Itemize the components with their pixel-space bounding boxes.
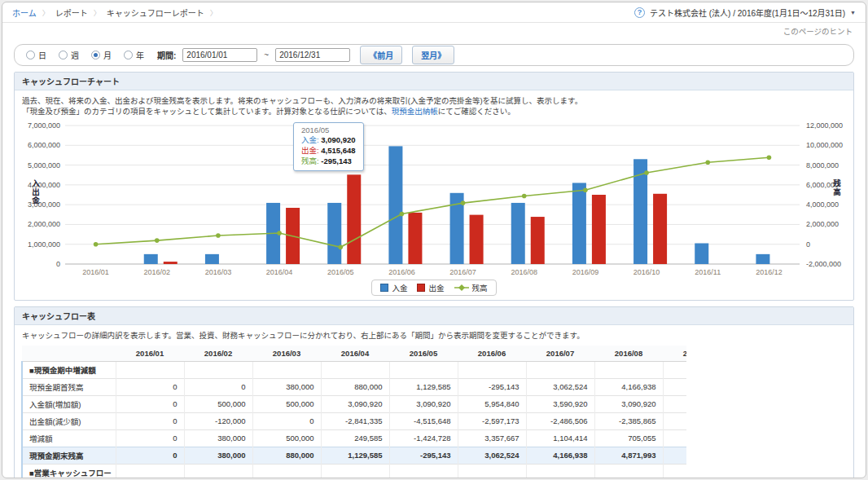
chart-point-残高[interactable]	[155, 238, 160, 243]
table-row: ■現預金期中増減額	[22, 361, 686, 378]
table-corner-cell	[22, 346, 116, 362]
help-icon[interactable]: ?	[634, 7, 645, 18]
table-cell: 1,104,414	[526, 429, 594, 447]
top-bar: ホーム〉レポート〉キャッシュフローレポート〉 ? テスト株式会社 (法人) / …	[2, 2, 866, 23]
radio-circle-icon	[26, 51, 35, 59]
table-cell: 4,166,938	[594, 378, 663, 395]
table-cell: 1,129,585	[389, 378, 458, 395]
x-axis-label: 2016/09	[572, 268, 599, 276]
table-panel-description: キャッシュフローの詳細内訳を表示します。営業、投資、財務キャッシュフローに分かれ…	[15, 325, 853, 342]
chart-point-残高[interactable]	[644, 170, 649, 175]
app-window: ホーム〉レポート〉キャッシュフローレポート〉 ? テスト株式会社 (法人) / …	[2, 2, 866, 478]
tooltip-row: 入金: 3,090,920	[301, 135, 356, 146]
chart-bar-入金[interactable]	[756, 253, 769, 263]
chart-bar-出金[interactable]	[470, 214, 484, 263]
table-cell: 380,000	[184, 429, 252, 447]
chart-point-残高[interactable]	[277, 231, 282, 236]
chart-bar-出金[interactable]	[347, 174, 361, 264]
chart-point-残高[interactable]	[705, 160, 710, 165]
legend-swatch-icon	[417, 284, 425, 292]
right-axis-tick: 0	[806, 240, 810, 248]
cashflow-chart: 入出金 残高 0-2,000,0001,000,00002,000,0002,0…	[15, 121, 853, 279]
chart-point-残高[interactable]	[767, 155, 772, 160]
table-cell: -295,143	[458, 378, 526, 395]
period-to-input[interactable]	[275, 48, 350, 62]
table-cell	[663, 447, 686, 464]
chart-panel-title: キャッシュフローチャート	[15, 73, 853, 90]
breadcrumb-item[interactable]: ホーム	[12, 7, 37, 19]
x-axis-label: 2016/10	[633, 268, 660, 276]
chart-bar-入金[interactable]	[327, 203, 341, 264]
left-axis-tick: 5,000,000	[28, 161, 60, 169]
page-content: 日週月年 期間: ~ 《前月 翌月》 キャッシュフローチャート 過去、現在、将来…	[2, 44, 866, 478]
table-cell	[116, 361, 184, 378]
table-cell: -295,143	[389, 447, 458, 464]
hint-bar: このページのヒント	[2, 23, 866, 39]
chart-bar-入金[interactable]	[205, 253, 219, 263]
table-cell	[321, 464, 389, 478]
chart-point-残高[interactable]	[400, 211, 405, 216]
legend-swatch-icon	[380, 284, 388, 292]
table-cell: 3,090,920	[321, 395, 389, 412]
table-cell	[663, 412, 686, 429]
table-cell	[526, 361, 594, 378]
chart-bar-出金[interactable]	[531, 217, 545, 264]
radio-label: 年	[136, 49, 144, 61]
radio-label: 月	[103, 49, 112, 61]
page-hint-link[interactable]: このページのヒント	[783, 25, 853, 37]
chart-bar-入金[interactable]	[511, 203, 525, 264]
chart-point-残高[interactable]	[216, 233, 221, 238]
table-cell: -2,385,865	[594, 412, 663, 429]
chart-bar-入金[interactable]	[388, 146, 402, 264]
x-axis-label: 2016/03	[205, 268, 232, 276]
table-row: 出金額(減少額)0-120,0000-2,841,335-4,515,648-2…	[22, 412, 686, 429]
chart-point-残高[interactable]	[94, 242, 99, 247]
office-period-selector[interactable]: ? テスト株式会社 (法人) / 2016年度(1月1日～12月31日) ▼	[634, 7, 856, 19]
right-axis-tick: 10,000,000	[806, 141, 843, 149]
chart-bar-入金[interactable]	[695, 243, 708, 264]
prev-month-button[interactable]: 《前月	[360, 46, 402, 64]
row-label: 出金額(減少額)	[22, 412, 116, 429]
breadcrumb-item[interactable]: レポート	[55, 7, 88, 19]
legend-item-残高: 残高	[454, 282, 488, 293]
chart-point-残高[interactable]	[522, 193, 527, 198]
left-axis-tick: 6,000,000	[28, 141, 60, 149]
table-cell	[663, 378, 686, 395]
radio-週[interactable]: 週	[59, 49, 79, 61]
table-cell: -2,486,506	[526, 412, 594, 429]
left-axis-tick: 7,000,000	[28, 121, 60, 130]
next-month-button[interactable]: 翌月》	[412, 46, 454, 64]
chart-point-残高[interactable]	[338, 244, 343, 249]
x-axis-label: 2016/02	[143, 268, 170, 276]
chart-bar-出金[interactable]	[653, 193, 667, 263]
table-column-header: 2016/02	[184, 346, 252, 362]
table-column-header: 2016/03	[252, 346, 321, 362]
table-cell: 0	[116, 447, 184, 464]
tooltip-row: 残高: -295,143	[301, 156, 356, 167]
table-cell: 4,871,993	[594, 447, 663, 464]
chart-bar-出金[interactable]	[164, 262, 178, 264]
table-row: ■営業キャッシュフロー	[22, 464, 686, 478]
breadcrumb-item: キャッシュフローレポート	[107, 7, 204, 19]
cashbook-link[interactable]: 現預金出納帳	[392, 107, 438, 116]
table-cell	[252, 464, 321, 478]
chart-bar-出金[interactable]	[592, 195, 606, 264]
table-column-header: 2016/01	[116, 346, 184, 362]
right-axis-tick: 2,000,000	[806, 220, 839, 228]
right-axis-tick: 4,000,000	[806, 200, 839, 209]
chart-point-残高[interactable]	[461, 200, 466, 205]
table-cell	[458, 464, 526, 478]
radio-月[interactable]: 月	[91, 49, 112, 61]
chart-bar-入金[interactable]	[144, 253, 158, 263]
radio-年[interactable]: 年	[124, 49, 144, 61]
chart-point-残高[interactable]	[583, 187, 588, 192]
table-cell: 3,090,920	[594, 395, 663, 412]
right-axis-tick: -2,000,000	[806, 260, 841, 268]
row-label: 現預金期首残高	[22, 378, 116, 395]
period-from-input[interactable]	[182, 48, 257, 62]
row-label: 増減額	[22, 429, 116, 447]
table-cell: 0	[116, 412, 184, 429]
radio-日[interactable]: 日	[26, 49, 46, 61]
chart-bar-入金[interactable]	[572, 183, 586, 264]
chart-bar-出金[interactable]	[408, 213, 422, 264]
